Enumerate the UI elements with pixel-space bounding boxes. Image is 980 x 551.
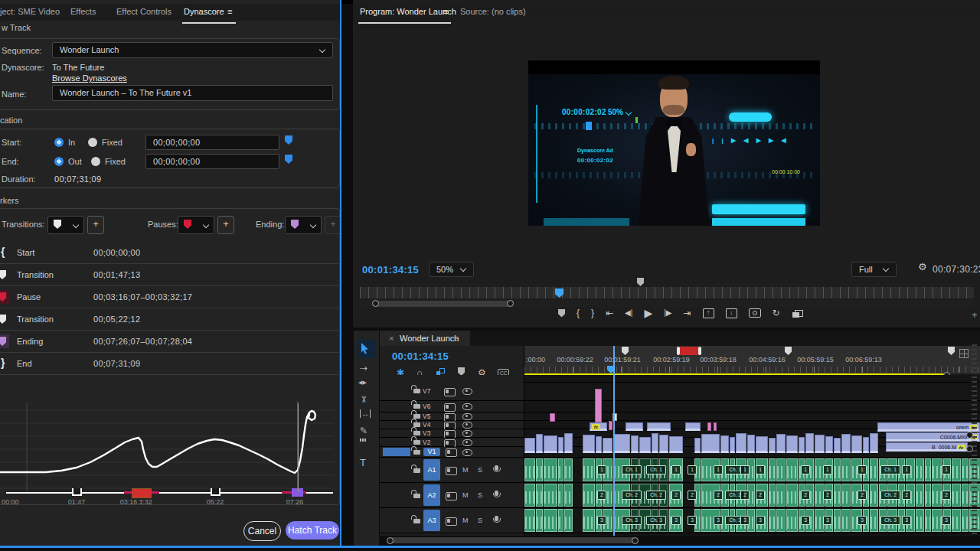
step-back-button[interactable]: ◀|	[625, 308, 632, 318]
video-clip[interactable]	[736, 433, 746, 453]
audio-clip[interactable]	[524, 458, 535, 481]
lock-icon[interactable]	[413, 422, 420, 427]
lock-icon[interactable]	[413, 389, 420, 393]
add-transition-button[interactable]: +	[87, 216, 104, 234]
lock-icon[interactable]	[413, 440, 420, 445]
video-clip[interactable]	[863, 437, 869, 453]
video-clip[interactable]	[747, 435, 755, 453]
track-name-badge[interactable]: A3	[423, 510, 440, 531]
tab-project[interactable]: ject: SME Video	[0, 7, 60, 16]
video-clip[interactable]	[626, 422, 643, 431]
eye-icon[interactable]	[462, 430, 472, 437]
video-clip[interactable]	[720, 435, 729, 453]
mark-out-button[interactable]: }	[591, 308, 594, 318]
go-to-in-button[interactable]: ⇤	[606, 308, 613, 318]
program-resolution-select[interactable]: Full	[851, 262, 897, 277]
video-clip[interactable]	[524, 438, 535, 453]
track-name-badge[interactable]: A1	[423, 459, 440, 481]
tab-source[interactable]: Source: (no clips)	[460, 7, 526, 16]
loop-button[interactable]: ↻	[773, 308, 780, 318]
video-clip[interactable]	[870, 433, 878, 453]
eye-icon[interactable]	[462, 413, 472, 420]
scroll-handle-left[interactable]	[387, 537, 394, 544]
audio-clip[interactable]	[786, 484, 798, 507]
sequence-marker[interactable]	[948, 347, 955, 355]
solo-button[interactable]: S	[478, 491, 482, 499]
video-clip[interactable]	[815, 435, 825, 453]
audio-clip[interactable]	[536, 484, 543, 507]
video-clip[interactable]	[613, 434, 630, 453]
audio-clip[interactable]	[916, 484, 924, 507]
program-current-time[interactable]: 00:01:34:15	[362, 264, 419, 276]
video-clip[interactable]	[834, 438, 841, 453]
audio-track-header-a1[interactable]: A1MS	[380, 458, 524, 483]
sequence-marker[interactable]	[622, 347, 629, 355]
zoom-scrollbar-handle[interactable]	[375, 301, 510, 307]
track-target-icon[interactable]	[446, 467, 457, 475]
audio-clip[interactable]	[776, 509, 786, 532]
marker-list-row[interactable]: }End00;07;31;09	[0, 353, 338, 375]
name-field[interactable]: Wonder Launch – To The Future v1	[52, 85, 333, 101]
video-clip[interactable]	[647, 422, 671, 431]
add-marker-button[interactable]	[558, 309, 565, 318]
end-fixed-radio[interactable]	[91, 157, 100, 166]
audio-clip[interactable]	[769, 484, 776, 507]
audio-clip[interactable]	[925, 484, 931, 507]
mark-in-button[interactable]: {	[577, 308, 580, 318]
video-clip[interactable]	[805, 433, 814, 453]
audio-clip[interactable]	[536, 458, 543, 481]
video-clip[interactable]	[596, 436, 602, 453]
audio-clip[interactable]	[558, 458, 564, 481]
track-resize-handle-1[interactable]	[966, 432, 973, 439]
audio-clip[interactable]	[841, 509, 851, 532]
audio-clip[interactable]	[870, 458, 878, 481]
audio-clip[interactable]	[870, 484, 878, 507]
audio-clip[interactable]	[544, 458, 557, 481]
video-track-header-v4[interactable]: V4	[380, 421, 524, 429]
video-clip[interactable]	[730, 437, 735, 453]
video-clip[interactable]	[609, 421, 612, 430]
lock-icon[interactable]	[413, 431, 420, 435]
mini-ruler-marker[interactable]	[637, 278, 644, 286]
play-button[interactable]: ▶	[644, 308, 652, 318]
video-clip[interactable]	[786, 435, 798, 453]
marker-list-row[interactable]: Transition00;01;47;13	[0, 264, 338, 286]
start-fixed-radio[interactable]	[88, 138, 97, 147]
audio-clip[interactable]	[834, 484, 841, 507]
eye-icon[interactable]	[462, 388, 472, 395]
audio-clip[interactable]	[916, 509, 924, 532]
audio-clip[interactable]	[558, 484, 564, 507]
linked-selection-icon[interactable]	[436, 368, 443, 375]
track-name-badge[interactable]: V1	[423, 448, 440, 456]
video-clip[interactable]	[799, 437, 805, 453]
video-clip[interactable]	[659, 435, 668, 453]
audio-clip[interactable]	[962, 484, 969, 507]
pause-axis-block[interactable]	[132, 488, 152, 498]
scroll-handle-right[interactable]	[632, 537, 639, 544]
lift-button[interactable]: ↑	[703, 308, 714, 318]
mute-button[interactable]: M	[462, 491, 469, 499]
video-clip[interactable]	[669, 436, 683, 453]
lock-icon[interactable]	[413, 468, 420, 473]
video-clip[interactable]	[825, 436, 833, 453]
marker-list-row[interactable]: Ending00;07;26;07–00;07;28;04	[0, 331, 338, 353]
audio-track-header-a2[interactable]: A2MS	[380, 483, 524, 508]
program-menu-icon[interactable]: ≡	[443, 7, 448, 16]
audio-clip[interactable]	[583, 484, 595, 507]
browse-dynascores-link[interactable]: Browse Dynascores	[52, 73, 127, 83]
tab-effects[interactable]: Effects	[70, 7, 96, 16]
type-tool[interactable]: T	[360, 457, 366, 468]
ripple-edit-tool[interactable]: ◀▶	[358, 380, 367, 386]
video-clip[interactable]	[851, 435, 862, 453]
video-track-header-v6[interactable]: V6	[380, 401, 524, 412]
track-target-icon[interactable]	[446, 492, 457, 500]
transition-axis-marker[interactable]	[211, 488, 220, 496]
audio-clip[interactable]	[776, 484, 786, 507]
horizontal-scrollbar[interactable]	[380, 536, 980, 546]
video-track-header-v1[interactable]: V1	[380, 447, 524, 458]
panel-menu-icon[interactable]: ≡	[227, 7, 232, 16]
eye-icon[interactable]	[462, 439, 472, 446]
transition-axis-marker[interactable]	[72, 488, 82, 496]
program-video[interactable]: 00:00:02:02 50% Dynascore Ad 00:00:02:02…	[528, 60, 820, 226]
audio-clip[interactable]	[524, 509, 535, 532]
